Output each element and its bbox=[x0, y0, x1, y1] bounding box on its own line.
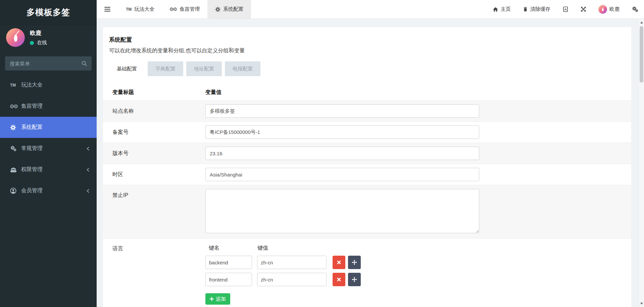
main-content: 系统配置 可以在此增改系统的变量和分组,也可以自定义分组和变量 基础配置 字典配… bbox=[97, 19, 639, 307]
sidebar-item-fry-management[interactable]: 鱼苗管理 bbox=[0, 96, 97, 117]
fieldlist-row bbox=[205, 256, 625, 269]
column-header-value: 变量值 bbox=[205, 89, 221, 96]
fieldlist-header: 键名 键值 bbox=[205, 242, 625, 256]
sidebar-item-label: 常规管理 bbox=[21, 145, 43, 152]
tab-label: 玩法大全 bbox=[134, 6, 154, 12]
navbar-username: 欧鹿 bbox=[609, 6, 620, 12]
sidebar-item-general-management[interactable]: 常规管理 bbox=[0, 138, 97, 159]
field-label: 语言 bbox=[109, 242, 205, 252]
field-label: 时区 bbox=[109, 171, 205, 178]
sidebar: 多模板多签 欧鹿 在线 bbox=[0, 0, 97, 307]
form-row-forbidden-ip: 禁止IP bbox=[103, 185, 631, 238]
icp-number-input[interactable] bbox=[205, 125, 479, 139]
append-label: 追加 bbox=[216, 296, 226, 302]
home-icon bbox=[493, 7, 498, 12]
language-key-input[interactable] bbox=[205, 273, 252, 286]
sidebar-toggle-button[interactable] bbox=[97, 0, 118, 18]
chevron-left-icon bbox=[86, 167, 90, 172]
scrollbar-thumb[interactable] bbox=[640, 26, 643, 83]
tab-address-config[interactable]: 地址配置 bbox=[186, 61, 222, 76]
online-dot-icon bbox=[30, 41, 34, 45]
clear-cache-link[interactable]: 清除缓存 bbox=[523, 6, 550, 12]
home-label: 主页 bbox=[501, 6, 511, 12]
field-label: 禁止IP bbox=[109, 189, 205, 199]
menu-search-input[interactable] bbox=[5, 56, 92, 70]
deer-avatar-icon bbox=[598, 5, 607, 14]
language-key-input[interactable] bbox=[205, 256, 252, 269]
fullscreen-button[interactable] bbox=[581, 6, 586, 12]
tm-icon: TM bbox=[126, 7, 132, 12]
sidebar-search bbox=[5, 56, 92, 70]
deer-avatar-icon bbox=[6, 28, 25, 47]
fieldlist-row bbox=[205, 273, 625, 286]
language-value-input[interactable] bbox=[257, 273, 327, 286]
clear-cache-label: 清除缓存 bbox=[530, 6, 550, 12]
sidebar-item-label: 系统配置 bbox=[21, 124, 43, 131]
language-fieldlist: 键名 键值 bbox=[205, 242, 625, 305]
language-switch-button[interactable]: A bbox=[562, 6, 568, 12]
form-row-icp-number: 备案号 bbox=[103, 121, 631, 143]
caret-down-icon bbox=[640, 303, 643, 305]
form-row-language: 语言 键名 键值 bbox=[103, 238, 631, 307]
tab-basic-config[interactable]: 基础配置 bbox=[109, 61, 145, 76]
tab-dictionary-config[interactable]: 字典配置 bbox=[148, 61, 183, 76]
sidebar-item-label: 权限管理 bbox=[21, 166, 43, 173]
sidebar-item-playbook[interactable]: TM 玩法大全 bbox=[0, 74, 97, 96]
settings-button[interactable] bbox=[632, 6, 639, 12]
scroll-down-button[interactable] bbox=[639, 301, 644, 306]
user-menu[interactable]: 欧鹿 bbox=[598, 5, 620, 14]
remove-row-button[interactable] bbox=[333, 256, 345, 269]
tab-system-config[interactable]: 系统配置 bbox=[207, 0, 251, 18]
append-row-button[interactable]: 追加 bbox=[205, 293, 230, 305]
move-icon bbox=[352, 277, 357, 282]
gears-icon bbox=[632, 6, 639, 12]
drag-row-button[interactable] bbox=[348, 273, 361, 286]
page-subtitle: 可以在此增改系统的变量和分组,也可以自定义分组和变量 bbox=[109, 47, 625, 54]
form-row-version: 版本号 bbox=[103, 143, 631, 164]
value-header: 键值 bbox=[257, 245, 268, 252]
tab-fry-management[interactable]: 鱼苗管理 bbox=[162, 0, 207, 18]
field-label: 版本号 bbox=[109, 150, 205, 157]
config-form: 变量标题 变量值 站点名称 备案号 版本号 时区 禁止IP bbox=[109, 84, 625, 307]
tm-icon: TM bbox=[10, 83, 21, 88]
svg-text:A: A bbox=[564, 7, 566, 11]
user-name: 欧鹿 bbox=[30, 29, 47, 37]
sidebar-item-permission-management[interactable]: 权限管理 bbox=[0, 159, 97, 180]
version-input[interactable] bbox=[205, 147, 479, 160]
scroll-up-button[interactable] bbox=[639, 19, 644, 25]
field-label: 站点名称 bbox=[109, 108, 205, 115]
navbar-right: 主页 清除缓存 A bbox=[493, 0, 644, 18]
top-navbar: TM 玩法大全 鱼苗管理 系统配置 bbox=[97, 0, 644, 19]
remove-row-button[interactable] bbox=[333, 273, 345, 286]
language-icon: A bbox=[562, 6, 568, 12]
user-circle-icon bbox=[10, 188, 21, 194]
owl-icon bbox=[170, 7, 177, 11]
sidebar-item-system-config[interactable]: 系统配置 bbox=[0, 117, 97, 138]
tab-playbook[interactable]: TM 玩法大全 bbox=[118, 0, 162, 18]
hamburger-icon bbox=[104, 6, 111, 12]
column-header-title: 变量标题 bbox=[109, 89, 205, 96]
language-value-input[interactable] bbox=[257, 256, 327, 269]
chevron-left-icon bbox=[86, 146, 90, 151]
home-link[interactable]: 主页 bbox=[493, 6, 511, 12]
forbidden-ip-textarea[interactable] bbox=[205, 189, 479, 233]
x-icon bbox=[337, 260, 341, 265]
sidebar-item-member-management[interactable]: 会员管理 bbox=[0, 180, 97, 201]
drag-row-button[interactable] bbox=[348, 256, 361, 269]
expand-icon bbox=[581, 6, 586, 12]
gear-icon bbox=[10, 124, 21, 131]
brand-title: 多模板多签 bbox=[0, 0, 97, 25]
vertical-scrollbar[interactable] bbox=[639, 19, 644, 307]
timezone-input[interactable] bbox=[205, 168, 479, 181]
user-info: 欧鹿 在线 bbox=[30, 29, 47, 46]
tab-telegram-config[interactable]: 电报配置 bbox=[225, 61, 260, 76]
search-icon[interactable] bbox=[81, 60, 87, 66]
tab-label: 系统配置 bbox=[223, 6, 243, 12]
site-name-input[interactable] bbox=[205, 104, 479, 118]
trash-icon bbox=[523, 6, 528, 12]
field-label: 备案号 bbox=[109, 129, 205, 136]
user-panel: 欧鹿 在线 bbox=[0, 25, 97, 52]
avatar bbox=[6, 28, 25, 47]
sidebar-item-label: 玩法大全 bbox=[21, 82, 43, 89]
users-icon bbox=[10, 167, 21, 173]
